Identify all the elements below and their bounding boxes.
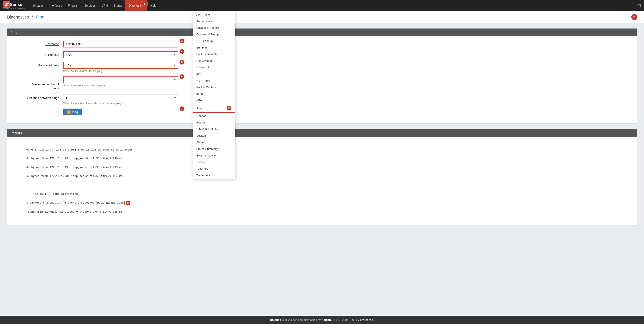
hostname-label-link[interactable]: Hostname xyxy=(45,42,59,46)
nav-help[interactable]: Help xyxy=(147,0,160,11)
brand: pf Sense COMMUNITY EDITION xyxy=(4,1,25,10)
breadcrumb: Diagnostics / Ping xyxy=(7,15,44,19)
page-header: Diagnostics / Ping ? xyxy=(0,11,644,23)
ping-button-spacer xyxy=(12,109,63,110)
menu-test-port[interactable]: Test Port xyxy=(193,165,235,172)
help-icon[interactable]: ? xyxy=(631,14,637,20)
ip-protocol-select[interactable]: IPv4 IPv6 xyxy=(63,51,178,58)
result-line1: PING 172.16.1.93 (172.16.1.93) from 10.2… xyxy=(26,148,132,151)
menu-system-activity[interactable]: System Activity xyxy=(193,152,235,159)
footer-pfsense: pfSense xyxy=(270,318,281,322)
menu-states[interactable]: States xyxy=(193,139,235,146)
result-line8: round-trip min/avg/max/stddev = 9.030/9.… xyxy=(26,210,122,214)
badge-6: 6 xyxy=(180,74,184,79)
ip-protocol-label-link[interactable]: IP Protocol xyxy=(44,53,59,56)
ping-button-label: Ping xyxy=(72,110,78,114)
hostname-group: Hostname 3 xyxy=(12,41,632,47)
footer-license-link[interactable]: View license xyxy=(358,318,373,322)
results-panel: Results PING 172.16.1.93 (172.16.1.93) f… xyxy=(7,129,637,225)
menu-command-prompt[interactable]: Command Prompt xyxy=(193,31,235,38)
menu-arp-table[interactable]: ARP Table xyxy=(193,11,235,18)
breadcrumb-separator: / xyxy=(32,15,33,19)
menu-ping[interactable]: Ping 2 xyxy=(193,104,235,113)
nav-interfaces[interactable]: Interfaces xyxy=(46,0,65,11)
nav-system[interactable]: System xyxy=(30,0,46,11)
max-pings-label-text: Maximum number of pings xyxy=(32,83,59,90)
result-line6: --- 172.16.1.93 ping statistics --- xyxy=(26,192,84,196)
nav-services-link[interactable]: Services xyxy=(81,0,98,11)
seconds-between-select[interactable]: 1 2 5 xyxy=(63,94,178,101)
badge-2: 2 xyxy=(226,106,231,110)
nav-interfaces-link[interactable]: Interfaces xyxy=(46,0,65,11)
nav-vpn-link[interactable]: VPN xyxy=(98,0,111,11)
menu-edit-file[interactable]: Edit File xyxy=(193,44,235,51)
max-pings-control: 3 1 5 10 Select the maximum number of pi… xyxy=(63,76,178,87)
nav-services[interactable]: Services xyxy=(81,0,98,11)
main-content: Ping Hostname 3 IP Protocol IPv xyxy=(0,23,644,316)
menu-tables[interactable]: Tables xyxy=(193,159,235,165)
navbar-right: →□ xyxy=(634,3,640,8)
nav-status[interactable]: Status xyxy=(111,0,125,11)
nav-diagnostics[interactable]: Diagnostics 1 xyxy=(125,0,147,11)
ping-button[interactable]: 📶 Ping xyxy=(63,109,82,115)
menu-ndp-table[interactable]: NDP Table xyxy=(193,77,235,84)
nav-vpn[interactable]: VPN xyxy=(98,0,111,11)
source-address-label-link[interactable]: Source address xyxy=(38,64,59,67)
hostname-control: 3 xyxy=(63,41,178,47)
ping-button-group: 📶 Ping 7 xyxy=(12,109,632,115)
logo-pf: pf xyxy=(4,1,10,8)
nav-system-link[interactable]: System xyxy=(30,0,46,11)
results-panel-body: PING 172.16.1.93 (172.16.1.93) from 10.2… xyxy=(7,137,637,225)
menu-backup-restore[interactable]: Backup & Restore xyxy=(193,24,235,31)
menu-mtr[interactable]: mtr xyxy=(193,71,235,77)
seconds-between-label: Seconds between pings xyxy=(12,94,63,100)
menu-authentication[interactable]: Authentication xyxy=(193,18,235,24)
menu-sockets[interactable]: Sockets xyxy=(193,132,235,139)
badge-8: 8 xyxy=(126,201,130,205)
nav-firewall-link[interactable]: Firewall xyxy=(65,0,81,11)
menu-smart-status[interactable]: S.M.A.R.T. Status xyxy=(193,126,235,132)
badge-4: 4 xyxy=(180,49,184,54)
hostname-input[interactable] xyxy=(63,41,178,47)
breadcrumb-parent: Diagnostics xyxy=(7,15,29,19)
max-pings-select[interactable]: 3 1 5 10 xyxy=(63,76,178,83)
menu-reboot[interactable]: Reboot xyxy=(193,113,235,119)
breadcrumb-current: Ping xyxy=(36,15,44,19)
menu-dns-lookup[interactable]: DNS Lookup xyxy=(193,38,235,44)
menu-pftop[interactable]: pfTop xyxy=(193,97,235,104)
hostname-label: Hostname xyxy=(12,41,63,46)
ping-panel-body: Hostname 3 IP Protocol IPv4 IPv6 4 xyxy=(7,36,637,123)
badge-5: 5 xyxy=(180,60,184,64)
menu-halt-system[interactable]: Halt System xyxy=(193,57,235,64)
source-address-select[interactable]: LAN WAN xyxy=(63,62,178,69)
menu-factory-defaults[interactable]: Factory Defaults xyxy=(193,51,235,57)
ip-protocol-label: IP Protocol xyxy=(12,51,63,56)
menu-routes[interactable]: Routes xyxy=(193,119,235,126)
diagnostics-dropdown: ARP Table Authentication Backup & Restor… xyxy=(193,11,235,179)
ip-protocol-group: IP Protocol IPv4 IPv6 4 xyxy=(12,51,632,58)
seconds-between-control: 1 2 5 Select the number of seconds to wa… xyxy=(63,94,178,105)
pf-logo: pf Sense COMMUNITY EDITION xyxy=(4,1,25,10)
nav-help-link[interactable]: Help xyxy=(147,0,160,11)
menu-pfinfo[interactable]: pfInfo xyxy=(193,90,235,97)
menu-ping-label: Ping xyxy=(197,107,202,110)
ip-protocol-control: IPv4 IPv6 4 xyxy=(63,51,178,58)
source-address-control: LAN WAN Select source address for the pi… xyxy=(63,62,178,73)
packet-loss-highlight: 0.0% packet loss xyxy=(96,201,125,205)
ping-panel: Ping Hostname 3 IP Protocol IPv xyxy=(7,28,637,124)
menu-states-summary[interactable]: States Summary xyxy=(193,146,235,152)
nav-firewall[interactable]: Firewall xyxy=(65,0,81,11)
ping-button-control: 📶 Ping 7 xyxy=(63,109,178,115)
menu-traceroute[interactable]: Traceroute xyxy=(193,172,235,179)
menu-limiter-info[interactable]: Limiter Info xyxy=(193,64,235,71)
max-pings-group: Maximum number of pings 3 1 5 10 Select … xyxy=(12,76,632,91)
logout-icon[interactable]: →□ xyxy=(634,3,640,8)
result-line3: 64 bytes from 172.16.1.93: icmp_seq=1 tt… xyxy=(26,166,122,169)
nav-status-link[interactable]: Status xyxy=(111,0,125,11)
result-line4: 64 bytes from 172.16.1.93: icmp_seq=2 tt… xyxy=(26,175,122,178)
menu-packet-capture[interactable]: Packet Capture xyxy=(193,84,235,90)
badge-3: 3 xyxy=(180,38,184,43)
ping-wifi-icon: 📶 xyxy=(67,110,71,114)
seconds-between-group: Seconds between pings 1 2 5 Select the n… xyxy=(12,94,632,105)
source-address-label: Source address xyxy=(12,62,63,67)
